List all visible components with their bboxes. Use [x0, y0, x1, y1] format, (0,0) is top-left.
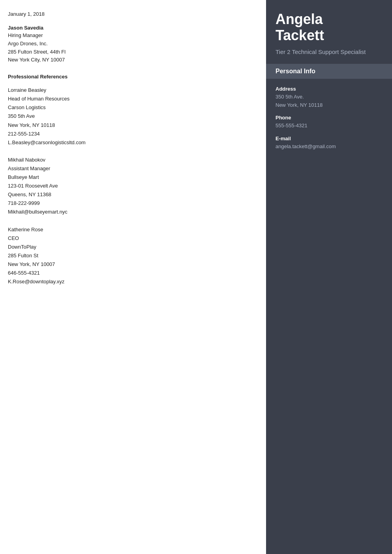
ref3-title: CEO: [8, 234, 252, 243]
reference-2: Mikhail Nabokov Assistant Manager Bullse…: [8, 156, 252, 217]
candidate-first-name: Angela: [276, 11, 323, 27]
recipient-company: Argo Drones, Inc.: [8, 40, 252, 48]
ref1-name: Lorraine Beasley: [8, 86, 252, 95]
reference-1: Lorraine Beasley Head of Human Resources…: [8, 86, 252, 147]
right-panel: Angela Tackett Tier 2 Technical Support …: [266, 0, 392, 554]
ref1-title: Head of Human Resources: [8, 95, 252, 103]
candidate-title: Tier 2 Technical Support Specialist: [276, 48, 383, 56]
personal-info-heading: Personal Info: [266, 64, 392, 79]
address-line1: 350 5th Ave.: [276, 94, 304, 100]
ref1-address2: New York, NY 10118: [8, 121, 252, 130]
ref2-email: Mikhail@bullseyemart.nyc: [8, 208, 252, 216]
phone-label: Phone: [276, 115, 383, 121]
address-label: Address: [276, 86, 383, 92]
ref1-address1: 350 5th Ave: [8, 112, 252, 121]
ref2-address2: Queens, NY 11368: [8, 190, 252, 199]
address-value: 350 5th Ave. New York, NY 10118: [276, 93, 383, 110]
recipient-address2: New York City, NY 10007: [8, 56, 252, 64]
ref2-phone: 718-222-9999: [8, 199, 252, 208]
ref3-address2: New York, NY 10007: [8, 260, 252, 269]
references-heading: Professional References: [8, 74, 252, 80]
ref1-email: L.Beasley@carsonlogisticsltd.com: [8, 138, 252, 147]
ref3-email: K.Rose@downtoplay.xyz: [8, 277, 252, 286]
ref1-phone: 212-555-1234: [8, 130, 252, 138]
recipient-address1: 285 Fulton Street, 44th Fl: [8, 48, 252, 56]
recipient-title: Hiring Manager: [8, 32, 252, 40]
date: January 1, 2018: [8, 11, 252, 17]
ref2-title: Assistant Manager: [8, 164, 252, 173]
reference-3: Katherine Rose CEO DownToPlay 285 Fulton…: [8, 225, 252, 286]
email-value: angela.tackett@gmail.com: [276, 143, 383, 151]
phone-value: 555-555-4321: [276, 122, 383, 130]
candidate-last-name: Tackett: [276, 27, 324, 43]
address-line2: New York, NY 10118: [276, 102, 323, 108]
left-panel: January 1, 2018 Jason Savedia Hiring Man…: [0, 0, 266, 554]
ref1-company: Carson Logistics: [8, 103, 252, 112]
ref3-name: Katherine Rose: [8, 225, 252, 234]
ref3-address1: 285 Fulton St: [8, 251, 252, 260]
ref2-address1: 123-01 Roosevelt Ave: [8, 182, 252, 190]
ref3-phone: 646-555-4321: [8, 269, 252, 277]
recipient-block: Jason Savedia Hiring Manager Argo Drones…: [8, 25, 252, 64]
ref3-company: DownToPlay: [8, 243, 252, 251]
candidate-name: Angela Tackett: [276, 11, 383, 44]
email-label: E-mail: [276, 136, 383, 141]
sidebar-header: Angela Tackett Tier 2 Technical Support …: [266, 0, 392, 64]
ref2-name: Mikhail Nabokov: [8, 156, 252, 164]
recipient-name: Jason Savedia: [8, 25, 252, 31]
ref2-company: Bullseye Mart: [8, 173, 252, 182]
personal-info-section: Personal Info Address 350 5th Ave. New Y…: [266, 64, 392, 166]
